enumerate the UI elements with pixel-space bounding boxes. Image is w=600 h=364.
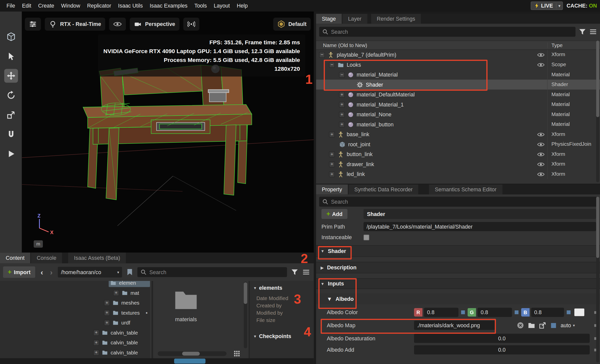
select-tool-button[interactable]: [4, 49, 18, 63]
tree-item-mat[interactable]: + mat: [0, 288, 150, 298]
tree-item-calvin-table-3[interactable]: + calvin_table: [0, 348, 150, 358]
visibility-eye-icon[interactable]: [537, 162, 544, 167]
clear-icon[interactable]: [517, 321, 524, 329]
stage-row-button-link[interactable]: + button_link Xform: [316, 149, 600, 159]
play-button[interactable]: [4, 147, 18, 161]
expand-toggle[interactable]: +: [339, 122, 345, 127]
tab-render-settings[interactable]: Render Settings: [371, 14, 421, 24]
expand-toggle[interactable]: +: [104, 300, 110, 306]
menu-create[interactable]: Create: [35, 0, 58, 12]
stage-row-material-1[interactable]: + material_Material_1 Material: [316, 99, 600, 110]
menu-help[interactable]: Help: [233, 0, 251, 12]
snap-tool-button[interactable]: [4, 127, 18, 141]
instanceable-checkbox[interactable]: [363, 234, 369, 240]
collapse-toggle[interactable]: −: [329, 62, 335, 68]
stage-row-material-none[interactable]: + material_None Material: [316, 110, 600, 120]
live-button[interactable]: LIVE ▾: [531, 2, 563, 10]
tree-item-urdf[interactable]: + urdf: [0, 318, 150, 328]
section-shader[interactable]: ▼ Shader: [316, 245, 600, 257]
property-search-input[interactable]: [331, 199, 594, 205]
renderer-button[interactable]: RTX - Real-Time: [45, 18, 105, 31]
prim-path-input[interactable]: [363, 222, 596, 231]
collapse-toggle[interactable]: −: [319, 52, 325, 58]
collapse-toggle[interactable]: −: [339, 72, 345, 78]
tab-stage[interactable]: Stage: [316, 14, 342, 24]
checkpoints-section-header[interactable]: ▾ Checkpoints: [254, 333, 314, 339]
visibility-eye-icon[interactable]: [537, 142, 544, 147]
materials-folder-icon[interactable]: [170, 286, 202, 313]
path-breadcrumb[interactable]: /home/haoran/co ▾: [58, 267, 122, 278]
visibility-eye-icon[interactable]: [537, 52, 544, 57]
visibility-eye-icon[interactable]: [537, 132, 544, 137]
stage-row-shader-selected[interactable]: Shader Shader: [316, 80, 600, 90]
section-description[interactable]: ▶ Description: [316, 262, 600, 273]
default-profile-button[interactable]: Default: [273, 18, 311, 31]
stage-row-material-button[interactable]: + material_button Material: [316, 119, 600, 129]
selection-mode-button[interactable]: [4, 30, 18, 44]
menu-window[interactable]: Window: [58, 0, 84, 12]
channel-link-toggle[interactable]: [567, 310, 571, 314]
expand-toggle[interactable]: +: [339, 102, 345, 107]
stage-row-base-link[interactable]: + base_link Xform: [316, 129, 600, 139]
content-search[interactable]: [137, 267, 287, 277]
tab-property[interactable]: Property: [316, 185, 348, 195]
tree-item-meshes[interactable]: + meshes: [0, 298, 150, 308]
albedo-add-input[interactable]: [414, 345, 590, 354]
expand-toggle[interactable]: +: [93, 330, 99, 336]
tree-item-textures[interactable]: + textures ●: [0, 308, 150, 318]
expand-toggle[interactable]: +: [104, 320, 110, 325]
menu-layout[interactable]: Layout: [210, 0, 233, 12]
expand-toggle[interactable]: +: [329, 131, 335, 137]
camera-button[interactable]: Perspective: [130, 18, 179, 31]
tree-item-calvin-table-2[interactable]: + calvin_table: [0, 338, 150, 348]
stage-search[interactable]: [319, 27, 576, 37]
channel-b-swatch[interactable]: B: [521, 308, 530, 316]
stage-search-input[interactable]: [331, 29, 572, 35]
expand-toggle[interactable]: +: [93, 350, 99, 355]
visibility-eye-icon[interactable]: [537, 152, 544, 157]
files-scrollbar-vertical[interactable]: [244, 282, 247, 348]
texture-toggle[interactable]: [551, 323, 556, 328]
visibility-eye-icon[interactable]: [537, 62, 544, 67]
menu-isaac-utils[interactable]: Isaac Utils: [115, 0, 146, 12]
albedo-r-input[interactable]: [424, 308, 459, 317]
cache-status[interactable]: CACHE: ON: [567, 3, 597, 9]
visibility-button[interactable]: [109, 18, 126, 31]
materials-folder-label[interactable]: materials: [157, 316, 215, 322]
channel-link-toggle[interactable]: [515, 310, 518, 314]
menu-tools[interactable]: Tools: [191, 0, 210, 12]
filter-icon[interactable]: [291, 268, 298, 276]
tab-synthetic-data-recorder[interactable]: Synthetic Data Recorder: [349, 185, 419, 195]
channel-g-swatch[interactable]: G: [468, 308, 476, 316]
menu-replicator[interactable]: Replicator: [84, 0, 115, 12]
expand-toggle[interactable]: +: [104, 310, 110, 316]
viewport-3d[interactable]: RTX - Real-Time Perspective Default FPS:…: [22, 12, 314, 253]
tab-semantics-schema-editor[interactable]: Semantics Schema Editor: [429, 185, 502, 195]
add-button[interactable]: + Add: [321, 209, 347, 219]
nav-forward-button[interactable]: ›: [49, 268, 54, 277]
viewport-settings-button[interactable]: [25, 18, 41, 31]
section-inputs[interactable]: ▼ Inputs: [316, 278, 600, 289]
section-albedo[interactable]: ▼ Albedo: [316, 294, 600, 304]
tab-layer[interactable]: Layer: [342, 14, 367, 24]
grid-view-toggle-icon[interactable]: [233, 350, 241, 357]
expand-toggle[interactable]: +: [329, 151, 335, 157]
stage-row-drawer-link[interactable]: + drawer_link Xform: [316, 159, 600, 169]
albedo-map-input[interactable]: [414, 321, 495, 330]
nav-back-button[interactable]: ‹: [39, 268, 45, 277]
colorspace-dropdown[interactable]: auto ▾: [560, 322, 575, 328]
expand-toggle[interactable]: +: [339, 92, 345, 97]
waypoint-button[interactable]: [183, 18, 199, 31]
stage-row-playtable[interactable]: − playtable_7 (defaultPrim) Xform: [316, 50, 600, 60]
filter-icon[interactable]: [579, 28, 586, 35]
expand-toggle[interactable]: +: [329, 161, 335, 167]
albedo-desaturation-input[interactable]: [414, 334, 590, 343]
tab-isaac-assets[interactable]: Isaac Assets (Beta): [68, 252, 126, 263]
albedo-g-input[interactable]: [477, 308, 512, 317]
menu-edit[interactable]: Edit: [19, 0, 35, 12]
options-menu-icon[interactable]: [589, 28, 597, 35]
open-external-icon[interactable]: [539, 321, 546, 329]
stage-row-led-link[interactable]: + led_link Xform: [316, 169, 600, 179]
expand-toggle[interactable]: +: [329, 171, 335, 177]
visibility-eye-icon[interactable]: [537, 172, 544, 177]
